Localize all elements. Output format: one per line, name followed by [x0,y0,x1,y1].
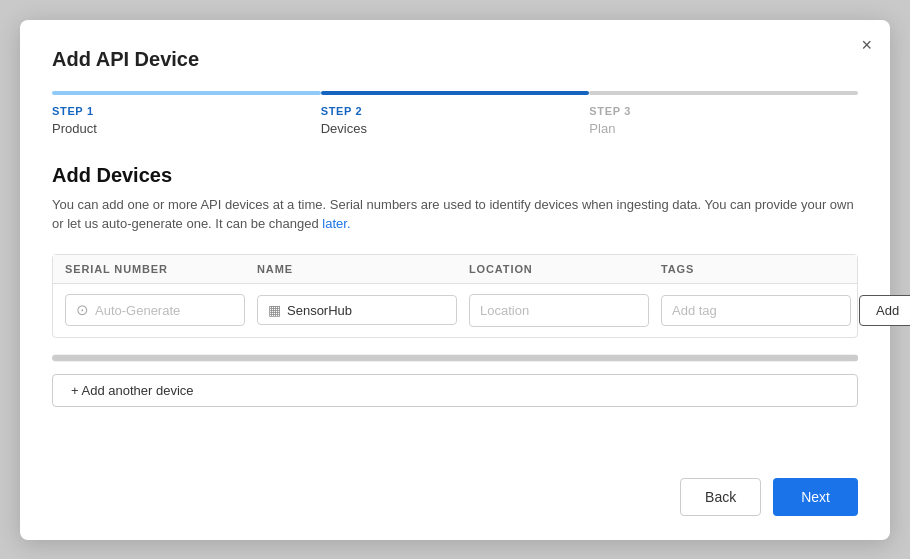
step-2: STEP 2 Devices [321,91,590,136]
add-tag-button[interactable]: Add [859,295,910,326]
serial-number-input[interactable] [95,303,234,318]
back-button[interactable]: Back [680,478,761,516]
section-description: You can add one or more API devices at a… [52,195,858,234]
serial-icon: ⊙ [76,301,89,319]
step-3-label: STEP 3 [589,105,858,117]
step-2-label: STEP 2 [321,105,590,117]
step-3: STEP 3 Plan [589,91,858,136]
device-table: SERIAL NUMBER NAME LOCATION TAGS ⊙ ▦ [52,254,858,338]
step-2-bar [321,91,590,95]
col-tags: TAGS [661,263,845,275]
name-field[interactable]: ▦ [257,295,457,325]
add-another-device-button[interactable]: + Add another device [52,374,858,407]
modal-footer: Back Next [52,454,858,516]
steps-container: STEP 1 Product STEP 2 Devices STEP 3 Pla… [52,91,858,136]
step-1-name: Product [52,121,321,136]
step-3-bar [589,91,858,95]
close-button[interactable]: × [861,36,872,54]
modal: × Add API Device STEP 1 Product STEP 2 D… [20,20,890,540]
col-name: NAME [257,263,457,275]
scroll-track[interactable] [52,354,858,362]
step-1-bar [52,91,321,95]
serial-number-field[interactable]: ⊙ [65,294,245,326]
step-2-name: Devices [321,121,590,136]
table-header: SERIAL NUMBER NAME LOCATION TAGS [53,255,857,284]
tag-input[interactable] [661,295,851,326]
scroll-thumb [52,355,858,361]
modal-overlay: × Add API Device STEP 1 Product STEP 2 D… [0,0,910,559]
step-1: STEP 1 Product [52,91,321,136]
location-input[interactable] [469,294,649,327]
step-3-name: Plan [589,121,858,136]
col-location: LOCATION [469,263,649,275]
table-row: ⊙ ▦ Add [53,284,857,337]
col-serial-number: SERIAL NUMBER [65,263,245,275]
tags-cell: Add [661,295,910,326]
section-heading: Add Devices [52,164,858,187]
step-1-label: STEP 1 [52,105,321,117]
next-button[interactable]: Next [773,478,858,516]
later-link[interactable]: later. [322,216,350,231]
name-input[interactable] [287,303,446,318]
name-icon: ▦ [268,302,281,318]
modal-title: Add API Device [52,48,858,71]
